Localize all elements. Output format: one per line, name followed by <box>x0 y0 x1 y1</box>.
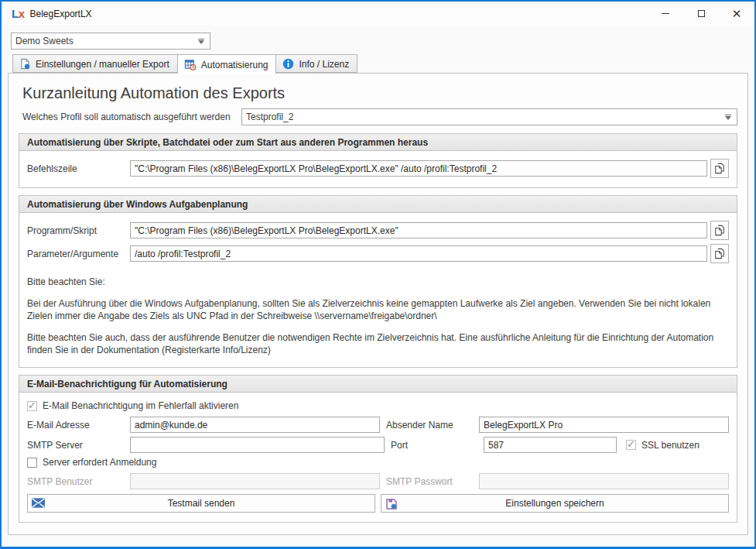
minimize-button[interactable] <box>648 2 683 26</box>
profile-label: Welches Profil soll automatisch ausgefüh… <box>22 112 241 122</box>
tab-page-automatisierung: Kurzanleitung Automation des Exports Wel… <box>8 73 748 535</box>
smtp-benutzer-label: SMTP Benutzer <box>27 476 130 487</box>
copy-icon <box>714 163 725 174</box>
profile-select[interactable]: Testprofil_2 <box>241 108 737 125</box>
titlebar[interactable]: Lx BelegExportLX ✕ <box>2 2 754 26</box>
section-email: E-Mail-Benachrichtigung für Automatisier… <box>19 375 737 523</box>
tab-label: Info / Lizenz <box>299 59 349 70</box>
copy-icon <box>714 248 725 259</box>
chevron-down-icon <box>198 40 204 44</box>
programm-skript-input[interactable] <box>130 222 707 238</box>
app-window: Lx BelegExportLX ✕ Demo Sweets Einstellu… <box>0 0 756 549</box>
programm-skript-label: Programm/Skript <box>27 225 130 236</box>
email-adresse-label: E-Mail Adresse <box>27 420 130 431</box>
copy-icon <box>714 225 725 236</box>
mail-icon <box>32 498 45 510</box>
smtp-passwort-input <box>479 473 729 489</box>
page-title: Kurzanleitung Automation des Exports <box>22 84 737 102</box>
note-permissions: Bitte beachten Sie auch, dass der ausfüh… <box>27 331 729 356</box>
document-gear-icon <box>19 58 31 70</box>
window-title: BelegExportLX <box>30 9 92 19</box>
maximize-button[interactable] <box>683 2 719 26</box>
info-icon <box>282 58 294 70</box>
auth-label: Server erfordert Anmeldung <box>43 457 156 468</box>
absender-name-input[interactable] <box>479 417 729 433</box>
port-label: Port <box>385 440 484 451</box>
copy-parameter-button[interactable] <box>710 244 729 263</box>
note-title: Bitte beachten Sie: <box>27 276 729 288</box>
profile-select-value: Testprofil_2 <box>246 112 293 122</box>
smtp-server-input[interactable] <box>130 437 385 453</box>
testmail-senden-label: Testmail senden <box>168 498 235 509</box>
calendar-clock-icon <box>184 59 197 70</box>
close-button[interactable]: ✕ <box>719 2 754 26</box>
tab-label: Einstellungen / manueller Export <box>36 59 169 70</box>
tab-automatisierung[interactable]: Automatisierung <box>178 54 277 74</box>
chevron-down-icon <box>725 116 731 120</box>
section-scheduler-title: Automatisierung über Windows Aufgabenpla… <box>19 196 737 213</box>
parameter-argumente-input[interactable] <box>130 245 707 262</box>
email-enable-checkbox <box>27 401 37 411</box>
email-adresse-input[interactable] <box>130 417 380 433</box>
mandant-select[interactable]: Demo Sweets <box>11 33 210 50</box>
befehlszeile-input[interactable] <box>130 160 707 177</box>
section-scheduler: Automatisierung über Windows Aufgabenpla… <box>19 195 737 368</box>
ssl-checkbox <box>626 440 636 450</box>
smtp-server-label: SMTP Server <box>27 440 130 451</box>
smtp-benutzer-input <box>130 473 380 489</box>
auth-checkbox[interactable] <box>27 458 37 468</box>
einstellungen-speichern-label: Einstellungen speichern <box>505 498 604 509</box>
section-scripts-title: Automatisierung über Skripte, Batchdatei… <box>19 134 737 151</box>
einstellungen-speichern-button[interactable]: Einstellungen speichern <box>381 494 729 513</box>
mandant-select-value: Demo Sweets <box>15 36 74 46</box>
smtp-passwort-label: SMTP Passwort <box>380 476 479 487</box>
app-logo-icon: Lx <box>12 7 25 20</box>
email-enable-label: E-Mail Benachrichtigung im Fehlerfall ak… <box>43 400 238 411</box>
ssl-label: SSL benutzen <box>641 440 700 451</box>
scheduler-notes: Bitte beachten Sie: Bei der Ausführung ü… <box>27 276 729 356</box>
absender-name-label: Absender Name <box>380 420 479 431</box>
tab-einstellungen[interactable]: Einstellungen / manueller Export <box>12 54 178 73</box>
port-input[interactable] <box>484 437 617 453</box>
tab-info-lizenz[interactable]: Info / Lizenz <box>276 54 357 73</box>
copy-befehlszeile-button[interactable] <box>710 159 729 178</box>
save-settings-icon <box>385 498 398 513</box>
parameter-argumente-label: Parameter/Argumente <box>27 249 130 259</box>
copy-programm-button[interactable] <box>710 221 729 240</box>
tab-label: Automatisierung <box>201 60 269 70</box>
testmail-senden-button[interactable]: Testmail senden <box>27 494 375 513</box>
befehlszeile-label: Befehlszeile <box>27 163 130 174</box>
section-scripts: Automatisierung über Skripte, Batchdatei… <box>19 133 737 188</box>
note-mapped-drives: Bei der Ausführung über die Windows Aufg… <box>27 297 729 322</box>
tab-bar: Einstellungen / manueller Export Automat… <box>12 54 754 73</box>
section-email-title: E-Mail-Benachrichtigung für Automatisier… <box>19 376 737 393</box>
